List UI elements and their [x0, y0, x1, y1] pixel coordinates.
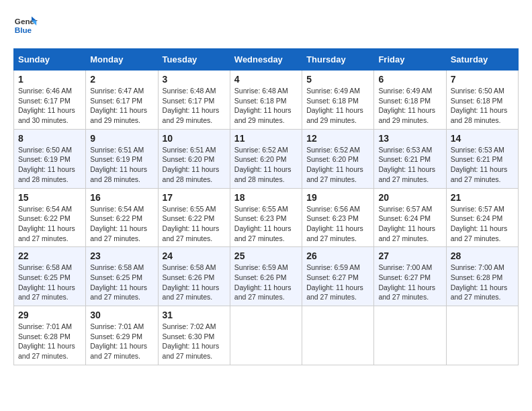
daylight-label: Daylight: 11 hours and 27 minutes. — [451, 283, 508, 302]
day-number: 13 — [378, 133, 441, 144]
calendar-table: SundayMondayTuesdayWednesdayThursdayFrid… — [13, 48, 519, 365]
day-number: 12 — [306, 133, 369, 144]
day-cell-11: 11 Sunrise: 6:52 AM Sunset: 6:20 PM Dayl… — [230, 129, 302, 188]
sunset-label: Sunset: 6:17 PM — [18, 97, 71, 105]
day-number: 9 — [90, 133, 153, 144]
sunset-label: Sunset: 6:26 PM — [163, 273, 215, 281]
sunrise-label: Sunrise: 6:52 AM — [306, 146, 360, 154]
sunrise-label: Sunrise: 6:51 AM — [163, 146, 216, 154]
daylight-label: Daylight: 11 hours and 27 minutes. — [90, 283, 147, 302]
day-number: 14 — [451, 133, 514, 144]
header-monday: Monday — [86, 49, 158, 71]
day-info: Sunrise: 7:01 AM Sunset: 6:29 PM Dayligh… — [90, 322, 153, 361]
daylight-label: Daylight: 11 hours and 27 minutes. — [378, 224, 435, 242]
sunrise-label: Sunrise: 6:59 AM — [306, 263, 360, 271]
sunset-label: Sunset: 6:22 PM — [18, 214, 71, 222]
day-info: Sunrise: 6:57 AM Sunset: 6:24 PM Dayligh… — [378, 204, 441, 244]
day-number: 6 — [378, 74, 441, 85]
sunrise-label: Sunrise: 6:48 AM — [234, 87, 288, 95]
day-info: Sunrise: 6:47 AM Sunset: 6:17 PM Dayligh… — [90, 86, 153, 126]
calendar-body: 1 Sunrise: 6:46 AM Sunset: 6:17 PM Dayli… — [14, 71, 519, 365]
day-cell-30: 30 Sunrise: 7:01 AM Sunset: 6:29 PM Dayl… — [86, 306, 158, 365]
day-info: Sunrise: 6:55 AM Sunset: 6:22 PM Dayligh… — [163, 204, 226, 244]
day-cell-23: 23 Sunrise: 6:58 AM Sunset: 6:25 PM Dayl… — [86, 247, 158, 306]
sunset-label: Sunset: 6:30 PM — [163, 332, 215, 340]
sunrise-label: Sunrise: 6:55 AM — [234, 205, 288, 213]
day-cell-24: 24 Sunrise: 6:58 AM Sunset: 6:26 PM Dayl… — [158, 247, 230, 306]
sunrise-label: Sunrise: 6:54 AM — [90, 205, 144, 213]
day-cell-27: 27 Sunrise: 7:00 AM Sunset: 6:27 PM Dayl… — [374, 247, 446, 306]
sunset-label: Sunset: 6:18 PM — [451, 97, 503, 105]
day-number: 8 — [18, 133, 81, 144]
calendar-week-2: 8 Sunrise: 6:50 AM Sunset: 6:19 PM Dayli… — [14, 129, 519, 188]
day-cell-13: 13 Sunrise: 6:53 AM Sunset: 6:21 PM Dayl… — [374, 129, 446, 188]
sunset-label: Sunset: 6:25 PM — [18, 273, 71, 281]
sunrise-label: Sunrise: 6:58 AM — [18, 263, 72, 271]
page-header: General Blue — [13, 13, 519, 38]
sunrise-label: Sunrise: 6:49 AM — [378, 87, 432, 95]
day-number: 18 — [234, 192, 298, 203]
sunrise-label: Sunrise: 7:00 AM — [378, 263, 432, 271]
day-number: 21 — [451, 192, 514, 203]
sunset-label: Sunset: 6:20 PM — [163, 155, 215, 163]
day-info: Sunrise: 7:01 AM Sunset: 6:28 PM Dayligh… — [18, 322, 81, 361]
sunset-label: Sunset: 6:18 PM — [234, 97, 287, 105]
header-saturday: Saturday — [446, 49, 518, 71]
daylight-label: Daylight: 11 hours and 28 minutes. — [451, 106, 508, 124]
daylight-label: Daylight: 11 hours and 27 minutes. — [163, 283, 220, 302]
header-thursday: Thursday — [302, 49, 374, 71]
sunset-label: Sunset: 6:22 PM — [163, 214, 215, 222]
sunset-label: Sunset: 6:17 PM — [163, 97, 215, 105]
sunset-label: Sunset: 6:24 PM — [378, 214, 431, 222]
empty-cell — [446, 306, 518, 365]
day-cell-17: 17 Sunrise: 6:55 AM Sunset: 6:22 PM Dayl… — [158, 188, 230, 247]
daylight-label: Daylight: 11 hours and 28 minutes. — [234, 165, 292, 183]
daylight-label: Daylight: 11 hours and 27 minutes. — [163, 342, 220, 360]
day-info: Sunrise: 6:46 AM Sunset: 6:17 PM Dayligh… — [18, 86, 81, 126]
sunset-label: Sunset: 6:18 PM — [306, 97, 359, 105]
day-info: Sunrise: 6:49 AM Sunset: 6:18 PM Dayligh… — [378, 86, 441, 126]
sunset-label: Sunset: 6:29 PM — [90, 332, 142, 340]
sunrise-label: Sunrise: 6:49 AM — [306, 87, 360, 95]
sunset-label: Sunset: 6:17 PM — [90, 97, 142, 105]
day-info: Sunrise: 7:00 AM Sunset: 6:27 PM Dayligh… — [378, 263, 441, 302]
daylight-label: Daylight: 11 hours and 27 minutes. — [451, 224, 508, 242]
day-info: Sunrise: 6:53 AM Sunset: 6:21 PM Dayligh… — [378, 145, 441, 185]
daylight-label: Daylight: 11 hours and 27 minutes. — [18, 342, 75, 360]
day-number: 10 — [163, 133, 226, 144]
daylight-label: Daylight: 11 hours and 29 minutes. — [163, 106, 220, 124]
day-info: Sunrise: 6:49 AM Sunset: 6:18 PM Dayligh… — [306, 86, 369, 126]
day-info: Sunrise: 6:55 AM Sunset: 6:23 PM Dayligh… — [234, 204, 298, 244]
day-number: 23 — [90, 250, 153, 261]
calendar-week-1: 1 Sunrise: 6:46 AM Sunset: 6:17 PM Dayli… — [14, 71, 519, 130]
daylight-label: Daylight: 11 hours and 28 minutes. — [163, 165, 220, 183]
sunrise-label: Sunrise: 6:48 AM — [163, 87, 216, 95]
day-number: 30 — [90, 310, 153, 320]
day-number: 17 — [163, 192, 226, 203]
calendar-week-4: 22 Sunrise: 6:58 AM Sunset: 6:25 PM Dayl… — [14, 247, 519, 306]
empty-cell — [374, 306, 446, 365]
day-number: 27 — [378, 250, 441, 261]
day-cell-16: 16 Sunrise: 6:54 AM Sunset: 6:22 PM Dayl… — [86, 188, 158, 247]
day-cell-21: 21 Sunrise: 6:57 AM Sunset: 6:24 PM Dayl… — [446, 188, 518, 247]
day-cell-18: 18 Sunrise: 6:55 AM Sunset: 6:23 PM Dayl… — [230, 188, 302, 247]
day-info: Sunrise: 7:00 AM Sunset: 6:28 PM Dayligh… — [451, 263, 514, 302]
day-info: Sunrise: 6:52 AM Sunset: 6:20 PM Dayligh… — [306, 145, 369, 185]
header-wednesday: Wednesday — [230, 49, 302, 71]
sunrise-label: Sunrise: 6:58 AM — [90, 263, 144, 271]
day-cell-22: 22 Sunrise: 6:58 AM Sunset: 6:25 PM Dayl… — [14, 247, 86, 306]
day-number: 26 — [306, 250, 369, 261]
sunrise-label: Sunrise: 6:47 AM — [90, 87, 144, 95]
sunrise-label: Sunrise: 6:51 AM — [90, 146, 144, 154]
day-number: 28 — [451, 250, 514, 261]
day-number: 2 — [90, 74, 153, 85]
day-cell-26: 26 Sunrise: 6:59 AM Sunset: 6:27 PM Dayl… — [302, 247, 374, 306]
sunset-label: Sunset: 6:24 PM — [451, 214, 503, 222]
sunset-label: Sunset: 6:27 PM — [306, 273, 359, 281]
daylight-label: Daylight: 11 hours and 30 minutes. — [18, 106, 75, 124]
sunset-label: Sunset: 6:23 PM — [306, 214, 359, 222]
sunrise-label: Sunrise: 6:54 AM — [18, 205, 72, 213]
sunrise-label: Sunrise: 7:00 AM — [451, 263, 504, 271]
day-number: 29 — [18, 310, 81, 320]
sunrise-label: Sunrise: 7:01 AM — [18, 322, 72, 330]
